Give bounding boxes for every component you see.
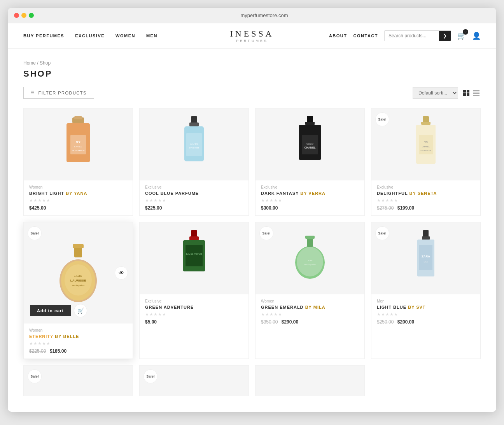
svg-text:EAU DE: EAU DE <box>190 143 198 145</box>
nav-men[interactable]: MEN <box>146 33 158 38</box>
product-info: Exclusive COOL BLUE PARFUME ★★★★★ $225.0… <box>140 180 248 215</box>
product-image-wrap: Nº5 CHANEL EAU DE PARFUM <box>24 108 133 180</box>
sale-badge: Sale! <box>375 112 389 126</box>
star-5: ★ <box>162 312 166 317</box>
sale-badge: Sale! <box>259 226 273 240</box>
user-icon[interactable]: 👤 <box>472 31 481 40</box>
products-grid: Nº5 CHANEL EAU DE PARFUM Women BRIGHT LI… <box>23 108 481 396</box>
product-image-wrap: COCO CHANEL <box>256 108 364 180</box>
product-bottle-image: ZARA MAN <box>406 229 445 288</box>
product-rating: ★★★★★ <box>377 312 475 317</box>
product-name-text: DARK FANTASY <box>261 191 300 196</box>
product-image-wrap: Sale! <box>140 366 248 396</box>
svg-text:LAURISSE: LAURISSE <box>70 279 86 282</box>
star-1: ★ <box>377 198 381 203</box>
nav-contact[interactable]: CONTACT <box>354 33 378 38</box>
product-card[interactable]: EAU DE PARFUM Exclusive COOL BLUE PARFUM… <box>139 108 249 216</box>
nav-left: BUY PERFUMES EXCLUSIVE WOMEN MEN <box>23 33 158 38</box>
dot-minimize[interactable] <box>21 13 26 18</box>
product-image-wrap: Sale! <box>24 366 133 396</box>
product-card[interactable]: COCO CHANEL Exclusive DARK FANTASY BY VE… <box>255 108 365 216</box>
product-rating: ★★★★★ <box>261 198 359 203</box>
product-card[interactable] <box>255 365 365 396</box>
product-rating: ★★★★★ <box>145 312 243 317</box>
svg-text:CHANEL: CHANEL <box>74 145 82 148</box>
product-card-featured[interactable]: Sale! L'EAU LAURISSE eau de parfum <box>23 222 133 359</box>
product-card[interactable]: EAU DE PARFUM Exclusive GREEN ADVENTURE … <box>139 222 249 359</box>
product-price: $425.00 <box>29 205 127 211</box>
add-to-cart-button[interactable]: Add to cart <box>30 305 71 316</box>
product-sale-price: $199.00 <box>397 205 414 211</box>
product-card[interactable]: Sale! L'EAU eau de parfum Women GREEN EM… <box>255 222 365 359</box>
sale-badge: Sale! <box>28 226 42 240</box>
star-3: ★ <box>385 312 389 317</box>
svg-text:eau de parfum: eau de parfum <box>72 284 84 287</box>
breadcrumb-home[interactable]: Home <box>23 60 36 66</box>
product-price-value: $300.00 <box>261 205 278 211</box>
star-3: ★ <box>154 312 158 317</box>
cart-quick-button[interactable]: 🛒 <box>74 304 87 317</box>
nav-about[interactable]: ABOUT <box>329 33 347 38</box>
filter-button[interactable]: ☰ FILTER PRODUCTS <box>23 87 94 99</box>
product-price: $250.00 $200.00 <box>377 319 475 325</box>
browser-url: myperfumestore.com <box>38 12 490 18</box>
star-4: ★ <box>274 312 278 317</box>
quick-view-button[interactable]: 👁 <box>115 266 128 280</box>
svg-text:ZARA: ZARA <box>422 255 430 258</box>
product-name: LIGHT BLUE BY SVT <box>377 305 475 310</box>
cart-badge: 0 <box>463 29 468 35</box>
product-name-text: GREEN EMERALD <box>261 305 305 310</box>
product-rating: ★★★★★ <box>377 198 475 203</box>
star-2: ★ <box>381 198 385 203</box>
browser-dots <box>14 13 34 18</box>
star-2: ★ <box>149 312 153 317</box>
product-name: COOL BLUE PARFUME <box>145 191 243 196</box>
breadcrumb-current: Shop <box>40 60 51 66</box>
site-logo[interactable]: INESSA PERFUMES <box>230 29 274 43</box>
search-button[interactable]: ❯ <box>439 31 451 41</box>
product-name-text: ETERNITY <box>29 334 55 339</box>
nav-exclusive[interactable]: EXCLUSIVE <box>75 33 105 38</box>
product-image-wrap: Sale! L'EAU LAURISSE eau de parfum <box>24 222 133 324</box>
nav-buy-perfumes[interactable]: BUY PERFUMES <box>23 33 64 38</box>
product-image-wrap <box>256 366 364 396</box>
svg-point-47 <box>297 247 323 276</box>
svg-rect-6 <box>473 95 480 96</box>
svg-text:Nº5: Nº5 <box>76 140 80 143</box>
list-view-button[interactable] <box>472 89 481 97</box>
product-card[interactable]: Sale! Nº5 CHANEL EAU FRAICHE Exclusive <box>371 108 481 216</box>
dot-maximize[interactable] <box>29 13 34 18</box>
product-card[interactable]: Sale! <box>23 365 133 396</box>
search-input[interactable] <box>385 31 439 41</box>
dot-close[interactable] <box>14 13 19 18</box>
svg-rect-49 <box>305 236 315 239</box>
star-4: ★ <box>42 341 46 346</box>
star-5: ★ <box>394 198 398 203</box>
star-2: ★ <box>33 341 37 346</box>
cart-icon-wrap[interactable]: 🛒 0 <box>457 31 466 40</box>
product-info: Men LIGHT BLUE BY SVT ★★★★★ $250.00 $200… <box>371 294 480 329</box>
sale-badge: Sale! <box>28 369 42 383</box>
product-card[interactable]: Nº5 CHANEL EAU DE PARFUM Women BRIGHT LI… <box>23 108 133 216</box>
star-1: ★ <box>29 341 33 346</box>
nav-women[interactable]: WOMEN <box>116 33 135 38</box>
svg-rect-53 <box>422 236 430 240</box>
product-bottle-image: L'EAU eau de parfum <box>290 229 329 288</box>
product-card[interactable]: Sale! ZARA MAN Men LIGHT BLUE BY SVT <box>371 222 481 359</box>
product-category: Exclusive <box>145 299 243 303</box>
product-name: GREEN ADVENTURE <box>145 305 243 310</box>
star-5: ★ <box>46 198 50 203</box>
sale-badge: Sale! <box>144 369 158 383</box>
svg-rect-2 <box>463 93 466 96</box>
sort-select[interactable]: Default sorti... <box>413 87 458 99</box>
product-card[interactable]: Sale! <box>139 365 249 396</box>
product-author: BY BELLE <box>55 334 79 339</box>
star-3: ★ <box>270 198 273 203</box>
grid-view-button[interactable] <box>462 89 471 97</box>
svg-rect-42 <box>189 236 199 240</box>
star-3: ★ <box>385 198 389 203</box>
product-price: $225.00 <box>145 205 243 211</box>
product-info: Women BRIGHT LIGHT BY YANA ★★★★★ $425.00 <box>24 180 133 215</box>
star-4: ★ <box>390 198 394 203</box>
product-rating: ★★★★★ <box>29 198 127 203</box>
